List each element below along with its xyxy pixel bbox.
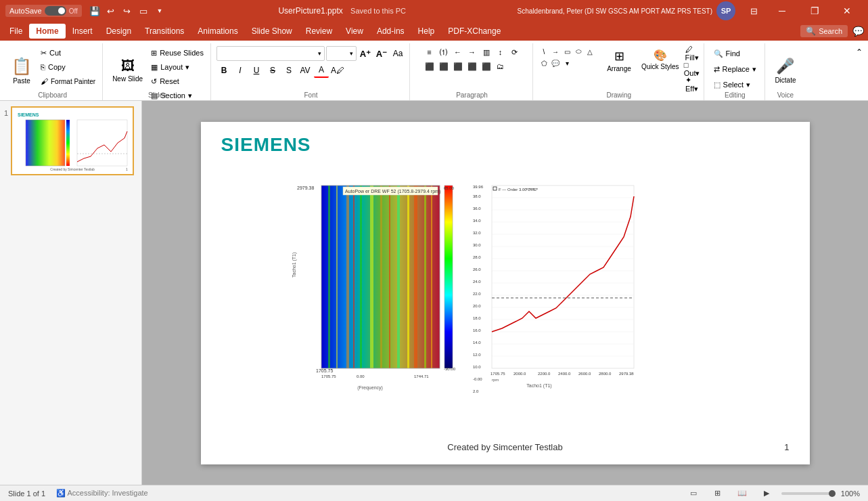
menu-slideshow[interactable]: Slide Show [245,24,299,39]
menu-addins[interactable]: Add-ins [370,24,411,39]
smart-art-button[interactable]: 🗂 [494,60,507,72]
text-direction-button[interactable]: ⟳ [508,46,522,58]
undo-button[interactable]: ↩ [104,3,118,18]
search-placeholder: Search [819,27,842,35]
menu-transitions[interactable]: Transitions [138,24,191,39]
align-right-button[interactable]: ⬛ [451,60,465,72]
svg-text:1705.75: 1705.75 [321,374,336,378]
dictate-button[interactable]: 🎤 Dictate [771,46,800,95]
reuse-slides-button[interactable]: ⊞Reuse Slides [148,46,206,60]
highlight-color-btn[interactable]: A🖊 [330,63,345,78]
menu-insert[interactable]: Insert [66,24,99,39]
reset-button[interactable]: ↺ Reset [148,74,206,88]
svg-rect-1 [26,120,65,166]
strikethrough-button[interactable]: S [265,63,280,78]
replace-icon: ⇄ [714,65,720,74]
underline-button[interactable]: U [249,63,264,78]
slideshow-button[interactable]: ▶ [757,487,776,500]
collapse-ribbon-button[interactable]: ⌃ [853,43,865,100]
comment-icon[interactable]: 💬 [850,24,865,39]
select-button[interactable]: ⬚ Select ▾ [710,77,760,92]
menu-pdf-xchange[interactable]: PDF-XChange [441,24,507,39]
presentation-view-button[interactable]: ▭ [136,3,151,18]
font-color-btn[interactable]: A [314,63,329,78]
arrange-button[interactable]: ⊞ Arrange [602,46,636,75]
new-slide-button[interactable]: 🖼 New Slide [108,46,147,95]
save-button[interactable]: 💾 [87,3,102,18]
shape-callout[interactable]: 💬 [550,58,561,68]
shape-triangle[interactable]: △ [585,46,595,57]
toggle-pill[interactable] [45,6,66,16]
user-avatar[interactable]: SP [716,1,735,20]
change-case-button[interactable]: Aa [390,46,405,61]
columns-button[interactable]: ▥ [480,46,493,58]
italic-button[interactable]: I [233,63,248,78]
replace-button[interactable]: ⇄ Replace ▾ [710,62,760,77]
copy-button[interactable]: ⎘Copy [38,60,98,74]
shape-effects-button[interactable]: ✦ Eff▾ [685,77,700,92]
shape-rect[interactable]: ▭ [562,46,572,57]
numbering-button[interactable]: ⑴ [437,46,451,58]
svg-text:34.0: 34.0 [473,219,481,223]
layout-button[interactable]: ▦ Layout ▾ [148,60,206,74]
decrease-indent-button[interactable]: ← [451,46,465,58]
voice-label: Voice [767,91,804,99]
shape-arrow[interactable]: → [550,46,561,57]
ribbon-options-icon[interactable]: ⊟ [746,3,761,18]
shape-oval[interactable]: ⬭ [573,46,584,57]
bullets-button[interactable]: ≡ [423,46,436,58]
normal-view-button[interactable]: ▭ [684,487,703,500]
char-spacing-button[interactable]: AV [298,63,313,78]
ribbon-display-button[interactable]: ⊟ [746,3,761,18]
customize-qat-button[interactable]: ▼ [152,3,167,18]
slide-sorter-button[interactable]: ⊞ [708,487,727,500]
zoom-thumb[interactable] [829,490,836,497]
menu-file[interactable]: File [3,24,29,39]
menu-animations[interactable]: Animations [191,24,244,39]
svg-text:(Frequency): (Frequency) [357,385,383,391]
search-box[interactable]: 🔍 Search [800,25,848,37]
increase-font-button[interactable]: A⁺ [358,46,373,61]
shape-outline-button[interactable]: □ Out▾ [685,62,700,77]
collapse-icon[interactable]: ⌃ [853,46,865,58]
minimize-button[interactable]: ─ [767,0,798,22]
increase-indent-button[interactable]: → [465,46,479,58]
find-button[interactable]: 🔍 Find [710,46,760,61]
close-button[interactable]: ✕ [831,0,863,22]
heatmap-chart[interactable]: 2979.38 1705.75 [289,176,465,399]
quick-styles-button[interactable]: 🎨 Quick Styles [639,46,682,73]
shape-fill-button[interactable]: 🖊 Fill▾ [685,46,700,61]
menu-home[interactable]: Home [29,24,65,39]
svg-text:0.00: 0.00 [357,374,365,378]
menu-help[interactable]: Help [411,24,442,39]
font-name-selector[interactable]: ▾ [216,46,325,61]
cut-button[interactable]: ✂Cut [38,46,98,60]
slide-thumbnail[interactable]: SIEMENS [11,106,134,175]
shape-pentagon[interactable]: ⬠ [539,58,549,68]
text-shadow-button[interactable]: S [281,63,296,78]
line-spacing-button[interactable]: ↕ [494,46,507,58]
align-left-button[interactable]: ⬛ [423,60,436,72]
paste-button[interactable]: 📋 Paste [7,46,37,95]
menu-design[interactable]: Design [99,24,138,39]
align-justify-button[interactable]: ⬛ [465,60,479,72]
reading-view-button[interactable]: 📖 [733,487,752,500]
shape-line[interactable]: \ [539,46,549,57]
svg-text:65.00: 65.00 [444,186,455,190]
menu-review[interactable]: Review [299,24,339,39]
bold-button[interactable]: B [216,63,231,78]
restore-button[interactable]: ❐ [799,0,830,22]
menu-view[interactable]: View [339,24,370,39]
decrease-font-button[interactable]: A⁻ [374,46,389,61]
shape-more[interactable]: ▾ [562,58,572,68]
zoom-slider[interactable] [781,492,836,495]
text-align-button[interactable]: ⬛ [480,60,493,72]
slide-canvas[interactable]: SIEMENS [201,122,810,464]
font-size-selector[interactable]: ▾ [326,46,357,61]
autosave-toggle[interactable]: AutoSave Off [5,5,82,17]
align-center-button[interactable]: ⬛ [437,60,451,72]
format-painter-button[interactable]: 🖌Format Painter [38,74,98,88]
redo-button[interactable]: ↪ [120,3,135,18]
line-chart[interactable]: 39.96 38.0 36.0 34.0 32.0 30.0 28.0 26.0… [472,176,634,399]
canvas-area[interactable]: SIEMENS [142,101,868,485]
